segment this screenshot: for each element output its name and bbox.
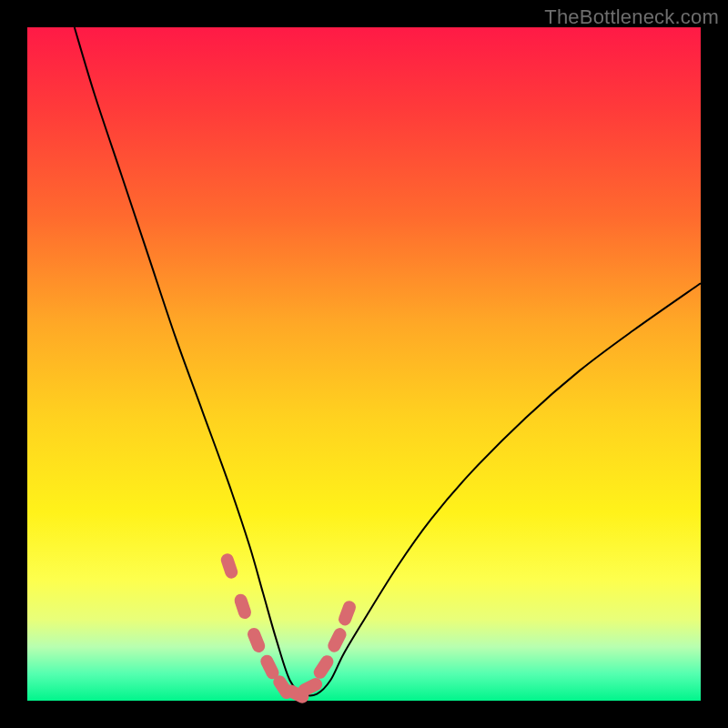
watermark-text: TheBottleneck.com [544,5,719,29]
marker [337,599,358,627]
plot-area [27,27,701,701]
marker [233,592,253,621]
bottleneck-curve [75,27,701,695]
marker [219,552,239,581]
marker [246,626,267,654]
curve-svg [27,27,701,701]
highlight-markers [219,552,358,706]
chart-frame: TheBottleneck.com [0,0,728,728]
curve-path [75,27,701,695]
